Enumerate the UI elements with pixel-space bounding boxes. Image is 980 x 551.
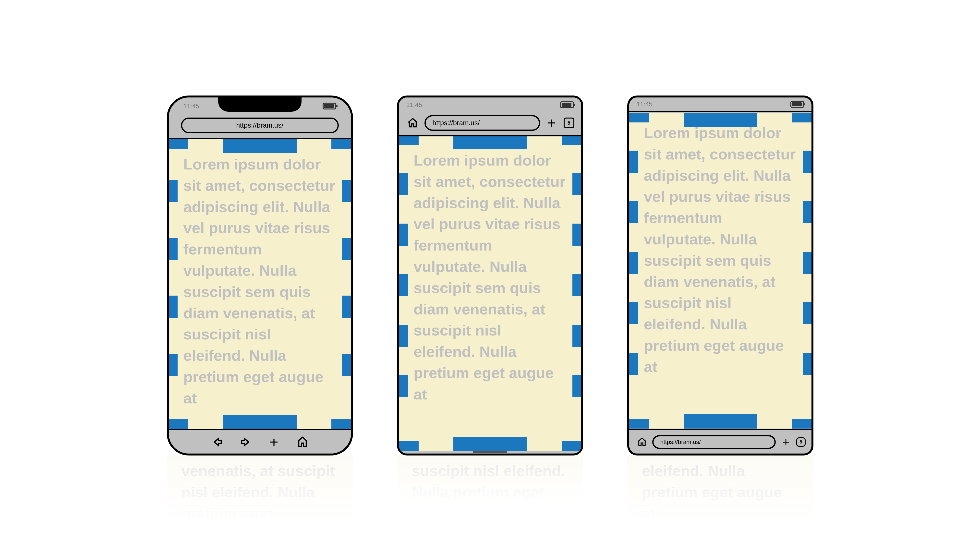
bottom-toolbar: https://bram.us/ + 5 xyxy=(629,429,811,454)
tab-count-value: 5 xyxy=(799,439,802,445)
device-variant-a: 11:45 https://bram.us/ Lorem ipsum dolor… xyxy=(167,95,353,456)
battery-icon xyxy=(560,102,574,108)
url-text: https://bram.us/ xyxy=(660,438,701,445)
battery-icon xyxy=(791,101,804,108)
bottom-toolbar: + xyxy=(169,429,351,454)
reflection: suscipit nisl eleifend. Nulla pretium eg… xyxy=(397,456,583,551)
page-body-text: Lorem ipsum dolor sit amet, consectetur … xyxy=(644,122,797,378)
clock-label: 11:45 xyxy=(183,102,199,110)
clock-label: 11:45 xyxy=(636,100,652,108)
tab-count-button[interactable]: 5 xyxy=(563,118,574,128)
device-variant-b: 11:45 https://bram.us/ + 5 Lorem ipsum d… xyxy=(397,95,583,456)
device-variant-c: 11:45 Lorem ipsum dolor sit amet, consec… xyxy=(627,95,813,456)
page-body-text: Lorem ipsum dolor sit amet, consectetur … xyxy=(414,150,566,405)
home-icon[interactable] xyxy=(635,435,649,449)
device-frame: 11:45 https://bram.us/ Lorem ipsum dolor… xyxy=(167,95,353,456)
url-text: https://bram.us/ xyxy=(433,119,480,127)
new-tab-icon[interactable]: + xyxy=(779,435,793,449)
forward-icon[interactable] xyxy=(239,435,253,449)
device-frame: 11:45 https://bram.us/ + 5 Lorem ipsum d… xyxy=(397,95,583,456)
clock-label: 11:45 xyxy=(406,101,422,109)
diagram-stage: 11:45 https://bram.us/ Lorem ipsum dolor… xyxy=(167,95,813,456)
viewport: Lorem ipsum dolor sit amet, consectetur … xyxy=(399,135,581,451)
battery-icon xyxy=(323,103,336,110)
home-icon[interactable] xyxy=(296,435,309,449)
status-bar: 11:45 xyxy=(399,97,581,112)
new-tab-icon[interactable]: + xyxy=(267,435,281,449)
url-field[interactable]: https://bram.us/ xyxy=(425,115,540,131)
viewport: Lorem ipsum dolor sit amet, consectetur … xyxy=(169,139,351,429)
home-indicator xyxy=(473,451,507,453)
notch xyxy=(218,97,302,112)
new-tab-icon[interactable]: + xyxy=(545,116,559,130)
status-bar: 11:45 xyxy=(629,97,811,112)
top-toolbar: https://bram.us/ + 5 xyxy=(399,112,581,137)
url-text: https://bram.us/ xyxy=(236,121,283,129)
reflection: venenatis, at suscipit nisl eleifend. Nu… xyxy=(167,456,353,551)
device-frame: 11:45 Lorem ipsum dolor sit amet, consec… xyxy=(627,95,813,456)
reflection: eleifend. Nulla pretium eget augue at xyxy=(627,456,813,551)
url-field[interactable]: https://bram.us/ xyxy=(652,435,776,449)
tab-count-button[interactable]: 5 xyxy=(796,437,806,447)
top-toolbar: https://bram.us/ xyxy=(169,114,351,139)
home-icon[interactable] xyxy=(406,116,420,130)
viewport: Lorem ipsum dolor sit amet, consectetur … xyxy=(629,113,811,429)
back-icon[interactable] xyxy=(210,435,224,449)
url-field[interactable]: https://bram.us/ xyxy=(181,118,339,133)
tab-count-value: 5 xyxy=(567,120,570,126)
page-body-text: Lorem ipsum dolor sit amet, consectetur … xyxy=(183,154,336,409)
